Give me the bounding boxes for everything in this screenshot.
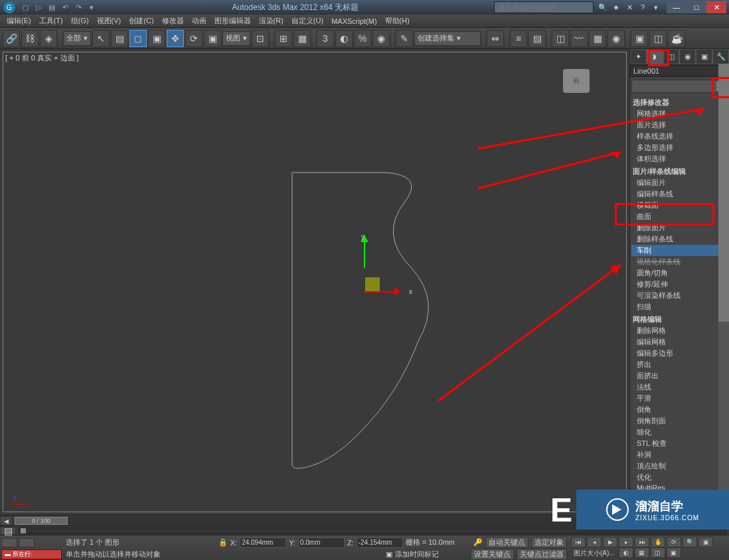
key-filters-button[interactable]: 关键点过滤器 (517, 549, 567, 560)
select-region-button[interactable]: ◻ (129, 30, 147, 47)
nav-zoom-ext-button[interactable]: ◫ (651, 547, 665, 558)
material-editor-button[interactable]: ◉ (608, 30, 625, 47)
object-name-field[interactable]: Line001 (630, 65, 729, 77)
scrollbar-thumb[interactable] (718, 64, 729, 322)
move-button[interactable]: ✥ (167, 30, 184, 47)
select-name-button[interactable]: ▤ (111, 30, 128, 47)
edit-named-sel-button[interactable]: ✎ (396, 30, 413, 47)
tab-create[interactable]: ✦ (630, 49, 647, 64)
next-frame-button[interactable]: ▸ (619, 537, 633, 547)
mod-cap-holes[interactable]: 补洞 (631, 449, 728, 460)
curve-editor-button[interactable]: 〰 (570, 30, 588, 47)
scale-button[interactable]: ▣ (204, 30, 221, 47)
mod-edit-patch[interactable]: 编辑面片 (631, 177, 728, 188)
rendered-frame-button[interactable]: ◫ (649, 30, 667, 47)
gizmo-xy-plane[interactable] (365, 277, 380, 292)
menu-edit[interactable]: 编辑(E) (3, 15, 35, 27)
mod-tessellate[interactable]: 细化 (631, 427, 728, 438)
close-button[interactable]: ✕ (706, 1, 726, 13)
app-menu-button[interactable]: G (3, 1, 16, 14)
help-search-input[interactable] (494, 1, 594, 13)
mod-trim-extend[interactable]: 修剪/延伸 (631, 279, 728, 290)
window-crossing-button[interactable]: ▣ (148, 30, 165, 47)
track-toggle-button[interactable]: ▤ (0, 527, 16, 535)
menu-maxscript[interactable]: MAXScript(M) (327, 15, 380, 27)
tab-display[interactable]: ▣ (696, 49, 712, 64)
mod-face-extrude[interactable]: 面挤出 (631, 370, 728, 382)
menu-modifiers[interactable]: 修改器 (158, 15, 188, 27)
nav-orbit-button[interactable]: ⟳ (667, 537, 681, 547)
mirror-button[interactable]: ⇔ (487, 30, 504, 47)
render-button[interactable]: ☕ (668, 30, 685, 47)
menu-graph-editors[interactable]: 图形编辑器 (210, 15, 255, 27)
script-mini-button[interactable] (1, 538, 17, 547)
menu-group[interactable]: 组(G) (67, 15, 93, 27)
timeline-prev-button[interactable]: ◂ (0, 516, 12, 525)
layer-manager-button[interactable]: ◫ (552, 30, 569, 47)
maximize-button[interactable]: □ (687, 1, 706, 13)
menu-create[interactable]: 创建(C) (125, 15, 157, 27)
undo-icon[interactable]: ↶ (60, 2, 70, 13)
favorite-icon[interactable]: ★ (611, 2, 621, 13)
mod-edit-poly[interactable]: 编辑多边形 (631, 348, 728, 359)
mod-bevel[interactable]: 倒角 (631, 404, 728, 415)
help-dropdown-icon[interactable]: ▾ (651, 2, 661, 13)
exchange-icon[interactable]: ✕ (624, 2, 635, 13)
snap-toggle-button[interactable]: 3 (317, 30, 334, 47)
bind-spacewrap-button[interactable]: ◈ (40, 30, 57, 47)
gizmo-x-arrow-icon[interactable] (394, 287, 405, 295)
qat-dropdown-icon[interactable]: ▾ (86, 2, 97, 13)
mod-lathe[interactable]: 车削 (631, 245, 728, 256)
mod-fillet-chamfer[interactable]: 圆角/切角 (631, 267, 728, 279)
goto-end-button[interactable]: ⏭ (635, 537, 649, 547)
add-time-tag[interactable]: 添加时间标记 (395, 549, 439, 559)
bottom-right-label[interactable]: 图片大小(A)... (571, 547, 617, 559)
lock-icon[interactable]: 🔒 (218, 538, 228, 547)
render-setup-button[interactable]: ▣ (631, 30, 648, 47)
keyboard-shortcut-button[interactable]: ▦ (293, 30, 311, 47)
nav-pan-button[interactable]: ✋ (651, 537, 665, 547)
nav-zoom-button[interactable]: 🔍 (683, 537, 697, 547)
tab-utilities[interactable]: 🔧 (712, 49, 729, 64)
mod-extrude[interactable]: 挤出 (631, 359, 728, 370)
nav-fov-button[interactable]: ◐ (619, 547, 633, 558)
mod-renderable-spline[interactable]: 可渲染样条线 (631, 290, 728, 301)
goto-start-button[interactable]: ⏮ (571, 537, 586, 547)
link-button[interactable]: 🔗 (3, 30, 20, 47)
help-icon[interactable]: ? (637, 2, 648, 13)
auto-key-button[interactable]: 自动关键点 (485, 537, 528, 548)
nav-zoom-all-button[interactable]: ▦ (635, 547, 649, 558)
search-icon[interactable]: 🔍 (598, 2, 608, 13)
mod-vertex-paint[interactable]: 顶点绘制 (631, 460, 728, 472)
minimize-button[interactable]: — (667, 1, 687, 13)
rotate-button[interactable]: ⟳ (185, 30, 202, 47)
nav-max-button[interactable]: ▣ (698, 537, 713, 547)
time-tag-icon[interactable]: ▣ (386, 550, 392, 559)
key-icon[interactable]: 🔑 (473, 538, 483, 547)
mod-sweep[interactable]: 扫描 (631, 301, 728, 313)
viewport[interactable]: [ + 0 前 0 真实 + 边面 ] 前 y x z ⟶ x (0, 49, 629, 515)
new-icon[interactable]: ▢ (20, 2, 31, 13)
z-coord-input[interactable] (357, 537, 403, 548)
mod-normalize-spline[interactable]: 规格化样条线 (631, 256, 728, 267)
mod-optimize[interactable]: 优化 (631, 472, 728, 483)
mod-edit-spline[interactable]: 编辑样条线 (631, 188, 728, 200)
menu-tools[interactable]: 工具(T) (35, 15, 67, 27)
menu-animation[interactable]: 动画 (188, 15, 210, 27)
mod-delete-spline[interactable]: 删除样条线 (631, 234, 728, 245)
selection-filter-dropdown[interactable]: 全部 ▾ (63, 31, 91, 46)
select-button[interactable]: ↖ (92, 30, 110, 47)
angle-snap-button[interactable]: ◐ (335, 30, 353, 47)
align-button[interactable]: ≡ (510, 30, 527, 47)
gizmo-x-axis[interactable] (364, 291, 397, 293)
mod-bevel-profile[interactable]: 倒角剖面 (631, 415, 728, 427)
mod-normal[interactable]: 法线 (631, 382, 728, 393)
tab-motion[interactable]: ◉ (679, 49, 696, 64)
pivot-button[interactable]: ⊡ (252, 30, 269, 47)
modifier-list[interactable]: 选择修改器 网格选择 面片选择 样条线选择 多边形选择 体积选择 面片/样条线编… (630, 94, 729, 515)
script-listener-button[interactable] (19, 538, 35, 547)
redo-icon[interactable]: ↷ (73, 2, 84, 13)
nav-max-toggle-button[interactable]: ▣ (667, 547, 681, 558)
set-key-button[interactable]: 设置关键点 (471, 549, 514, 560)
unlink-button[interactable]: ⛓ (21, 30, 39, 47)
